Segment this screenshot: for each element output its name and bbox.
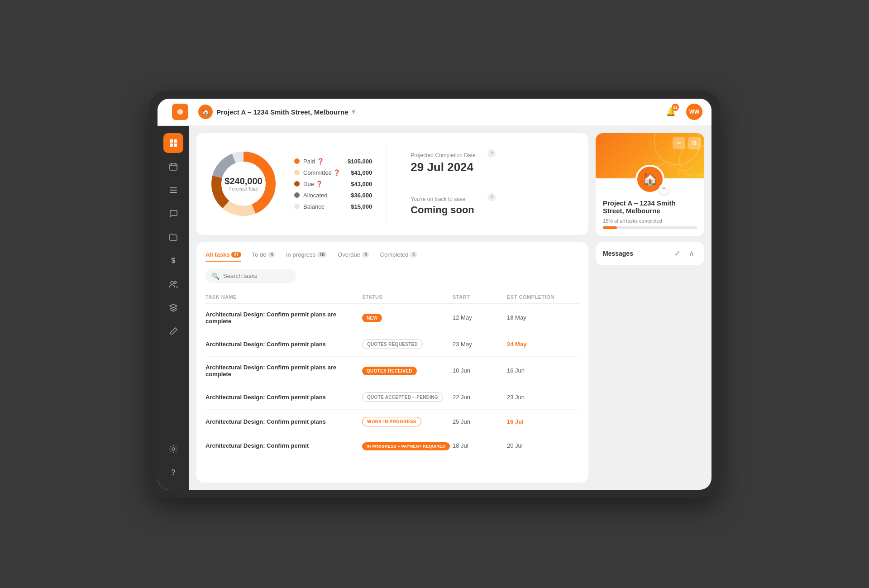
project-card-name: Project A – 1234 Smith Street, Melbourne — [603, 199, 697, 215]
table-row[interactable]: Architectural Design: Confirm permit pla… — [205, 385, 579, 410]
project-progress-label: 15% of all tasks completed — [603, 218, 697, 224]
sidebar-item-chat[interactable] — [163, 204, 183, 224]
committed-dot — [294, 170, 300, 175]
task-status: IN PROGRESS – PAYMENT REQUIRED — [362, 441, 453, 450]
project-title-nav[interactable]: 🏠 Project A – 1234 Smith Street, Melbour… — [198, 105, 355, 119]
messages-actions: ⤢ ∧ — [672, 248, 697, 259]
edit-banner-button[interactable]: ✏ — [673, 137, 685, 149]
sidebar-item-settings[interactable] — [163, 439, 183, 459]
sidebar-item-help[interactable]: ? — [163, 463, 183, 483]
top-bar: 🏠 Project A – 1234 Smith Street, Melbour… — [158, 99, 711, 126]
notifications-button[interactable]: 🔔 22 — [663, 104, 679, 120]
table-row[interactable]: Architectural Design: Confirm permit pla… — [205, 332, 579, 357]
tab-to-do[interactable]: To do 4 — [252, 251, 275, 262]
table-row[interactable]: Architectural Design: Confirm permit pla… — [205, 357, 579, 385]
content-area: $240,000 Forecast Total Paid ❓ $105,000 — [189, 126, 711, 490]
allocated-label: Allocated — [303, 192, 344, 199]
svg-rect-5 — [170, 187, 177, 188]
task-status: QUOTES REQUESTED — [362, 339, 453, 349]
task-end: 24 May — [507, 341, 579, 348]
due-dot — [294, 181, 300, 186]
status-badge: WORK IN PROGRESS — [362, 417, 421, 426]
task-end: 16 Jun — [507, 367, 579, 374]
budget-legend: Paid ❓ $105,000 Committed ❓ $41,000 Due … — [294, 158, 372, 210]
sidebar-item-grid[interactable] — [163, 133, 183, 153]
sidebar: $ — [158, 126, 189, 490]
project-avatar-wrap: 🏠 ✏ — [596, 165, 704, 194]
task-start: 22 Jun — [453, 394, 507, 401]
svg-rect-2 — [170, 143, 173, 147]
sidebar-item-finance[interactable]: $ — [163, 251, 183, 271]
device-frame: 🏠 Project A – 1234 Smith Street, Melbour… — [149, 91, 720, 498]
task-start: 23 May — [453, 341, 507, 348]
sidebar-item-people[interactable] — [163, 274, 183, 294]
tab-overdue[interactable]: Overdue 4 — [338, 251, 369, 262]
task-status: QUOTE ACCEPTED – PENDING — [362, 392, 453, 402]
projected-label: Projected Completion Date — [411, 152, 492, 158]
status-badge: IN PROGRESS – PAYMENT REQUIRED — [362, 442, 450, 450]
savings-info-icon[interactable]: ? — [487, 193, 496, 201]
sidebar-item-pencil[interactable] — [163, 321, 183, 341]
sidebar-item-list[interactable] — [163, 180, 183, 200]
forecast-total: $240,000 — [224, 176, 262, 186]
forecast-label: Forecast Total — [224, 186, 262, 191]
col-start: START — [453, 294, 507, 300]
svg-rect-4 — [170, 164, 177, 170]
task-status: NEW — [362, 313, 453, 322]
user-avatar[interactable]: WW — [686, 104, 702, 120]
expand-messages-button[interactable]: ⤢ — [672, 248, 683, 259]
legend-paid: Paid ❓ $105,000 — [294, 158, 372, 165]
budget-divider — [387, 144, 387, 224]
svg-rect-1 — [174, 139, 177, 143]
task-status: WORK IN PROGRESS — [362, 417, 453, 426]
table-row[interactable]: Architectural Design: Confirm permit IN … — [205, 434, 579, 458]
search-icon: 🔍 — [212, 272, 220, 280]
svg-rect-0 — [170, 139, 173, 143]
balance-dot — [294, 204, 300, 209]
avatar-edit-button[interactable]: ✏ — [659, 184, 669, 194]
right-panel: ✏ ⚙ 🏠 ✏ Project A – 1234 Smith Street, M… — [596, 133, 704, 483]
tab-overdue-badge: 4 — [362, 252, 369, 258]
search-input[interactable] — [223, 272, 290, 279]
tasks-section: All tasks 27 To do 4 In progress 18 — [196, 242, 588, 483]
task-tabs: All tasks 27 To do 4 In progress 18 — [205, 251, 579, 262]
chevron-down-icon: ▾ — [352, 108, 355, 116]
paid-dot — [294, 158, 300, 164]
col-task-name: TASK NAME — [205, 294, 362, 300]
tab-in-progress[interactable]: In progress 18 — [286, 251, 327, 262]
tab-all-tasks-badge: 27 — [231, 252, 241, 258]
sidebar-item-layers[interactable] — [163, 298, 183, 318]
settings-banner-button[interactable]: ⚙ — [688, 137, 701, 149]
table-row[interactable]: Architectural Design: Confirm permit pla… — [205, 304, 579, 332]
due-label: Due ❓ — [303, 181, 344, 187]
status-badge: QUOTE ACCEPTED – PENDING — [362, 392, 443, 402]
progress-bar-fill — [603, 226, 617, 229]
task-name: Architectural Design: Confirm permit pla… — [205, 394, 362, 401]
task-name: Architectural Design: Confirm permit pla… — [205, 341, 362, 348]
task-status: QUOTES RECEIVED — [362, 366, 453, 375]
status-badge: QUOTES REQUESTED — [362, 339, 423, 349]
tab-to-do-badge: 4 — [268, 252, 275, 258]
collapse-messages-button[interactable]: ∧ — [686, 248, 697, 259]
projected-info-icon[interactable]: ? — [487, 149, 496, 158]
sidebar-item-folder[interactable] — [163, 227, 183, 247]
project-card: ✏ ⚙ 🏠 ✏ Project A – 1234 Smith Street, M… — [596, 133, 704, 236]
task-start: 10 Jun — [453, 367, 507, 374]
tab-completed[interactable]: Completed 1 — [380, 251, 417, 262]
task-end: 16 Jul — [507, 418, 579, 425]
app-logo[interactable] — [172, 104, 188, 120]
col-status: STATUS — [362, 294, 453, 300]
messages-title: Messages — [603, 250, 633, 257]
balance-label: Balance — [303, 203, 344, 210]
table-header: TASK NAME STATUS START EST COMPLETION — [205, 291, 579, 304]
paid-value: $105,000 — [348, 158, 372, 165]
save-label: You're on track to save — [411, 196, 492, 202]
search-bar: 🔍 — [205, 269, 296, 283]
tab-all-tasks[interactable]: All tasks 27 — [205, 251, 241, 262]
sidebar-item-calendar[interactable] — [163, 157, 183, 177]
committed-label: Committed ❓ — [303, 169, 344, 176]
tab-overdue-label: Overdue — [338, 251, 360, 258]
table-row[interactable]: Architectural Design: Confirm permit pla… — [205, 410, 579, 434]
tab-completed-label: Completed — [380, 251, 409, 258]
projected-date: 29 Jul 2024 — [411, 160, 492, 174]
